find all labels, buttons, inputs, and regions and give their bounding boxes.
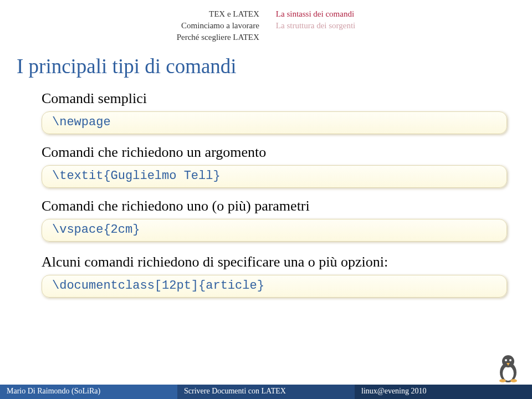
code-text-documentclass: \documentclass[12pt]{article} xyxy=(52,279,264,293)
code-block-2: \textit{Guglielmo Tell} xyxy=(42,165,507,188)
code-block-1: \newpage xyxy=(42,111,507,134)
svg-point-6 xyxy=(499,379,506,382)
svg-point-7 xyxy=(510,379,517,382)
nav-item-perche: Perché scegliere LATEX xyxy=(177,32,259,43)
code-block-3: \vspace{2cm} xyxy=(42,219,507,242)
svg-point-3 xyxy=(505,359,507,361)
options-label: Alcuni comandi richiedono di specificare… xyxy=(42,254,515,270)
section-label-2: Comandi che richiedono un argomento xyxy=(42,144,515,161)
section-label-3: Comandi che richiedono uno (o più) param… xyxy=(42,198,515,214)
page-title: I principali tipi di comandi xyxy=(17,54,515,78)
code-text-newpage: \newpage xyxy=(52,115,111,129)
slide-header: TEX e LATEX Cominciamo a lavorare Perché… xyxy=(0,0,532,43)
footer-event: linux@evening 2010 xyxy=(355,385,532,399)
section-label-1: Comandi semplici xyxy=(42,90,515,107)
header-left-nav: TEX e LATEX Cominciamo a lavorare Perché… xyxy=(177,8,259,43)
code-block-4: \documentclass[12pt]{article} xyxy=(42,275,507,298)
header-right-nav: La sintassi dei comandi La struttura dei… xyxy=(276,8,355,43)
nav-item-cominciamo: Cominciamo a lavorare xyxy=(177,20,259,32)
footer-bar: Mario Di Raimondo (SoLiRa) Scrivere Docu… xyxy=(0,385,532,399)
svg-point-4 xyxy=(509,359,511,361)
slide-content: I principali tipi di comandi Comandi sem… xyxy=(0,43,532,298)
subnav-inactive: La struttura dei sorgenti xyxy=(276,20,355,32)
code-text-textit: \textit{Guglielmo Tell} xyxy=(52,169,221,183)
footer-title: Scrivere Documenti con LATEX xyxy=(177,385,355,399)
nav-item-tex: TEX e LATEX xyxy=(177,8,259,20)
footer-author: Mario Di Raimondo (SoLiRa) xyxy=(0,385,177,399)
svg-point-1 xyxy=(503,366,514,381)
subnav-active: La sintassi dei comandi xyxy=(276,8,355,20)
code-text-vspace: \vspace{2cm} xyxy=(52,223,140,237)
penguin-logo-icon xyxy=(494,350,522,383)
